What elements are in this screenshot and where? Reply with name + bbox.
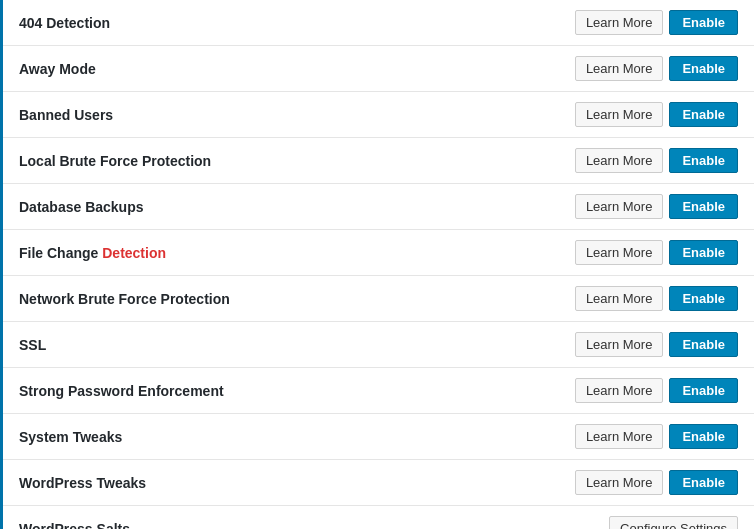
feature-actions-network-brute-force: Learn MoreEnable bbox=[575, 286, 738, 311]
enable-button-strong-password[interactable]: Enable bbox=[669, 378, 738, 403]
feature-row: SSLLearn MoreEnable bbox=[3, 322, 754, 368]
enable-button-ssl[interactable]: Enable bbox=[669, 332, 738, 357]
enable-button-file-change-detection[interactable]: Enable bbox=[669, 240, 738, 265]
feature-name-banned-users: Banned Users bbox=[19, 107, 575, 123]
learn-more-button-wordpress-tweaks[interactable]: Learn More bbox=[575, 470, 663, 495]
enable-button-away-mode[interactable]: Enable bbox=[669, 56, 738, 81]
feature-row: Strong Password EnforcementLearn MoreEna… bbox=[3, 368, 754, 414]
feature-name-away-mode: Away Mode bbox=[19, 61, 575, 77]
configure-button-wordpress-salts[interactable]: Configure Settings bbox=[609, 516, 738, 529]
feature-name-system-tweaks: System Tweaks bbox=[19, 429, 575, 445]
enable-button-network-brute-force[interactable]: Enable bbox=[669, 286, 738, 311]
feature-name-database-backups: Database Backups bbox=[19, 199, 575, 215]
feature-row: 404 DetectionLearn MoreEnable bbox=[3, 0, 754, 46]
feature-row: Away ModeLearn MoreEnable bbox=[3, 46, 754, 92]
feature-name-local-brute-force: Local Brute Force Protection bbox=[19, 153, 575, 169]
enable-button-wordpress-tweaks[interactable]: Enable bbox=[669, 470, 738, 495]
feature-actions-wordpress-tweaks: Learn MoreEnable bbox=[575, 470, 738, 495]
feature-row: Network Brute Force ProtectionLearn More… bbox=[3, 276, 754, 322]
enable-button-system-tweaks[interactable]: Enable bbox=[669, 424, 738, 449]
learn-more-button-404-detection[interactable]: Learn More bbox=[575, 10, 663, 35]
feature-name-404-detection: 404 Detection bbox=[19, 15, 575, 31]
feature-name-file-change-detection: File Change Detection bbox=[19, 245, 575, 261]
feature-row: WordPress TweaksLearn MoreEnable bbox=[3, 460, 754, 506]
feature-name-wordpress-salts: WordPress Salts bbox=[19, 521, 609, 530]
learn-more-button-away-mode[interactable]: Learn More bbox=[575, 56, 663, 81]
learn-more-button-strong-password[interactable]: Learn More bbox=[575, 378, 663, 403]
learn-more-button-database-backups[interactable]: Learn More bbox=[575, 194, 663, 219]
learn-more-button-system-tweaks[interactable]: Learn More bbox=[575, 424, 663, 449]
feature-name-wordpress-tweaks: WordPress Tweaks bbox=[19, 475, 575, 491]
feature-actions-local-brute-force: Learn MoreEnable bbox=[575, 148, 738, 173]
enable-button-404-detection[interactable]: Enable bbox=[669, 10, 738, 35]
feature-actions-system-tweaks: Learn MoreEnable bbox=[575, 424, 738, 449]
feature-actions-strong-password: Learn MoreEnable bbox=[575, 378, 738, 403]
learn-more-button-network-brute-force[interactable]: Learn More bbox=[575, 286, 663, 311]
learn-more-button-local-brute-force[interactable]: Learn More bbox=[575, 148, 663, 173]
feature-row: WordPress SaltsConfigure Settings bbox=[3, 506, 754, 529]
learn-more-button-file-change-detection[interactable]: Learn More bbox=[575, 240, 663, 265]
feature-row: System TweaksLearn MoreEnable bbox=[3, 414, 754, 460]
feature-row: File Change DetectionLearn MoreEnable bbox=[3, 230, 754, 276]
feature-actions-away-mode: Learn MoreEnable bbox=[575, 56, 738, 81]
learn-more-button-banned-users[interactable]: Learn More bbox=[575, 102, 663, 127]
learn-more-button-ssl[interactable]: Learn More bbox=[575, 332, 663, 357]
feature-row: Local Brute Force ProtectionLearn MoreEn… bbox=[3, 138, 754, 184]
feature-actions-banned-users: Learn MoreEnable bbox=[575, 102, 738, 127]
feature-actions-wordpress-salts: Configure Settings bbox=[609, 516, 738, 529]
feature-name-ssl: SSL bbox=[19, 337, 575, 353]
enable-button-local-brute-force[interactable]: Enable bbox=[669, 148, 738, 173]
feature-actions-404-detection: Learn MoreEnable bbox=[575, 10, 738, 35]
feature-list: 404 DetectionLearn MoreEnableAway ModeLe… bbox=[0, 0, 754, 529]
feature-actions-file-change-detection: Learn MoreEnable bbox=[575, 240, 738, 265]
feature-name-strong-password: Strong Password Enforcement bbox=[19, 383, 575, 399]
enable-button-database-backups[interactable]: Enable bbox=[669, 194, 738, 219]
enable-button-banned-users[interactable]: Enable bbox=[669, 102, 738, 127]
feature-name-network-brute-force: Network Brute Force Protection bbox=[19, 291, 575, 307]
feature-actions-database-backups: Learn MoreEnable bbox=[575, 194, 738, 219]
feature-actions-ssl: Learn MoreEnable bbox=[575, 332, 738, 357]
feature-row: Database BackupsLearn MoreEnable bbox=[3, 184, 754, 230]
feature-row: Banned UsersLearn MoreEnable bbox=[3, 92, 754, 138]
